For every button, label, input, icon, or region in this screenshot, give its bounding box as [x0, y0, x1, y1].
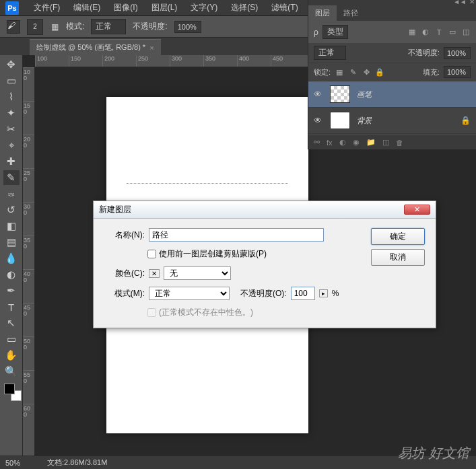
dialog-titlebar[interactable]: 新建图层 ✕ — [94, 201, 436, 219]
percent-label: % — [332, 289, 339, 298]
gradient-tool[interactable]: ▤ — [3, 235, 20, 250]
new-layer-dialog: 新建图层 ✕ 名称(N): 使用前一图层创建剪贴蒙版(P) 颜色(C): ✕ 无… — [93, 201, 436, 328]
menu-layer[interactable]: 图层(L) — [145, 2, 184, 13]
stamp-tool[interactable]: ⎃ — [3, 186, 20, 201]
clip-checkbox[interactable] — [147, 250, 156, 258]
layer-row[interactable]: 👁 背景 🔒 — [308, 108, 476, 134]
document-title: 绘制虚线 @ 50% (画笔, RGB/8) * — [36, 42, 145, 52]
zoom-tool[interactable]: 🔍 — [3, 364, 20, 379]
collapse-icon[interactable]: ◄◄ — [453, 0, 467, 5]
clip-checkbox-label: 使用前一图层创建剪贴蒙版(P) — [159, 248, 267, 260]
cancel-button[interactable]: 取消 — [371, 249, 425, 266]
dialog-close-button[interactable]: ✕ — [404, 205, 430, 215]
blend-mode-select[interactable]: 正常 — [91, 19, 126, 34]
eyedropper-tool[interactable]: ⌖ — [3, 138, 20, 153]
eraser-tool[interactable]: ◧ — [3, 219, 20, 233]
pen-tool[interactable]: ✒ — [3, 283, 20, 298]
blur-tool[interactable]: 💧 — [3, 251, 20, 266]
lasso-tool[interactable]: ⌇ — [3, 89, 20, 104]
neutral-note: (正常模式不存在中性色。) — [159, 307, 253, 318]
visibility-icon[interactable]: 👁 — [314, 89, 323, 99]
opacity-input[interactable]: 100% — [174, 21, 201, 33]
mode-select[interactable]: 正常 — [149, 287, 230, 300]
drawn-dotted-line — [127, 183, 288, 184]
filter-type-icon[interactable]: ρ — [314, 28, 318, 37]
visibility-icon[interactable]: 👁 — [314, 116, 323, 125]
brush-tool-icon[interactable]: 🖌 — [7, 20, 20, 34]
fx-icon[interactable]: fx — [327, 139, 333, 147]
new-layer-icon[interactable]: ◫ — [382, 138, 389, 147]
lock-icon: 🔒 — [461, 116, 471, 125]
link-layers-icon[interactable]: ⚯ — [314, 138, 320, 147]
app-logo: Ps — [5, 1, 19, 15]
filter-adjust-icon[interactable]: ◐ — [421, 28, 430, 37]
brush-panel-icon[interactable]: ▦ — [50, 22, 59, 32]
zoom-level[interactable]: 50% — [5, 459, 20, 467]
filter-smart-icon[interactable]: ◫ — [461, 28, 471, 37]
layer-row[interactable]: 👁 画笔 — [308, 81, 476, 108]
adjustment-icon[interactable]: ◉ — [353, 138, 360, 147]
group-icon[interactable]: 📁 — [366, 138, 376, 147]
history-brush-tool[interactable]: ↺ — [3, 203, 20, 217]
tab-layers[interactable]: 图层 — [308, 5, 337, 21]
filter-type-t-icon[interactable]: T — [434, 28, 444, 37]
mask-icon[interactable]: ◐ — [339, 138, 346, 147]
healing-tool[interactable]: ✚ — [3, 154, 20, 169]
close-tab-icon[interactable]: × — [149, 44, 154, 52]
close-icon[interactable]: ✕ — [469, 0, 475, 5]
panel-header: ◄◄ ✕ — [308, 0, 476, 5]
layer-opacity-input[interactable]: 100% — [444, 47, 471, 59]
layer-name[interactable]: 画笔 — [357, 89, 372, 100]
brush-size-preset[interactable]: 2 — [27, 19, 43, 35]
lock-position-icon[interactable]: ✥ — [362, 67, 371, 77]
ok-button[interactable]: 确定 — [371, 228, 425, 245]
lock-all-icon[interactable]: 🔒 — [375, 67, 384, 77]
menu-edit[interactable]: 编辑(E) — [67, 2, 107, 13]
layer-name[interactable]: 背景 — [357, 116, 372, 126]
path-select-tool[interactable]: ↖ — [3, 316, 20, 330]
tab-paths[interactable]: 路径 — [337, 5, 365, 21]
name-label: 名称(N): — [104, 229, 145, 241]
wand-tool[interactable]: ✦ — [3, 106, 20, 120]
type-tool[interactable]: T — [3, 299, 20, 314]
fill-input[interactable]: 100% — [444, 66, 471, 78]
lock-label: 锁定: — [314, 67, 331, 77]
menu-image[interactable]: 图像(I) — [107, 2, 144, 13]
lock-transparent-icon[interactable]: ▦ — [335, 67, 344, 77]
foreground-color[interactable] — [4, 384, 15, 394]
color-swatches[interactable] — [4, 384, 19, 398]
filter-type-select[interactable]: 类型 — [322, 25, 348, 39]
layer-opacity-label: 不透明度: — [408, 48, 440, 58]
brush-tool[interactable]: ✎ — [3, 170, 20, 185]
layer-list: 👁 画笔 👁 背景 🔒 — [308, 81, 476, 135]
dodge-tool[interactable]: ◐ — [3, 267, 20, 282]
menu-type[interactable]: 文字(Y) — [184, 2, 224, 13]
mode-label: 模式(M): — [104, 288, 145, 299]
panel-footer: ⚯ fx ◐ ◉ 📁 ◫ 🗑 — [308, 135, 476, 149]
document-tab[interactable]: 绘制虚线 @ 50% (画笔, RGB/8) * × — [30, 39, 161, 55]
layer-thumbnail[interactable] — [330, 85, 350, 103]
layer-thumbnail[interactable] — [330, 112, 350, 129]
color-select[interactable]: 无 — [164, 266, 231, 280]
menu-select[interactable]: 选择(S) — [224, 2, 265, 13]
vertical-ruler: 100150200250300350400450500550600 — [23, 67, 35, 456]
trash-icon[interactable]: 🗑 — [396, 139, 403, 147]
move-tool[interactable]: ✥ — [3, 57, 20, 72]
lock-pixels-icon[interactable]: ✎ — [348, 67, 358, 77]
fill-label: 填充: — [423, 67, 440, 77]
dialog-title-text: 新建图层 — [99, 204, 131, 215]
crop-tool[interactable]: ✂ — [3, 122, 20, 137]
opacity-stepper-icon[interactable]: ▸ — [319, 289, 328, 297]
marquee-tool[interactable]: ▭ — [3, 73, 20, 88]
menu-filter[interactable]: 滤镜(T) — [265, 2, 304, 13]
filter-pixel-icon[interactable]: ▦ — [407, 28, 417, 37]
menu-file[interactable]: 文件(F) — [27, 2, 67, 13]
layer-blend-mode[interactable]: 正常 — [314, 46, 346, 60]
opacity-label: 不透明度: — [133, 21, 167, 32]
shape-tool[interactable]: ▭ — [3, 332, 20, 347]
color-label: 颜色(C): — [104, 268, 145, 279]
filter-shape-icon[interactable]: ▭ — [448, 28, 457, 37]
hand-tool[interactable]: ✋ — [3, 348, 20, 363]
name-input[interactable] — [149, 228, 324, 242]
opacity-input[interactable] — [291, 287, 315, 300]
